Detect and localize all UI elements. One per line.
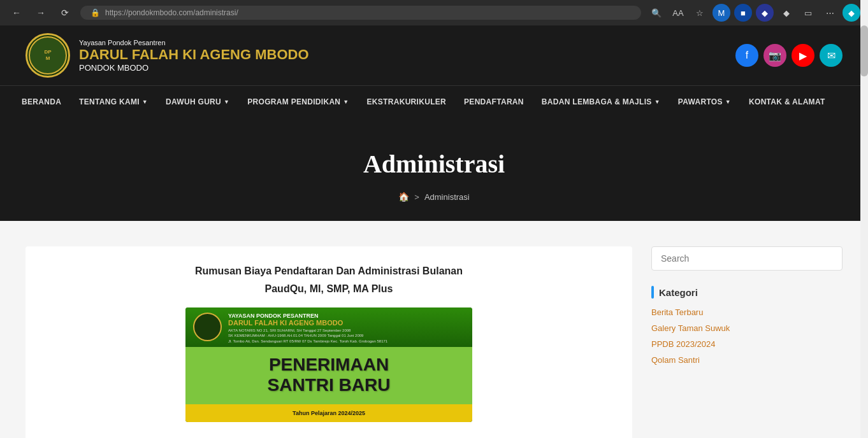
forward-button[interactable]: → [32, 4, 50, 22]
chevron-down-icon: ▼ [343, 99, 349, 105]
main-content: Rumusan Biaya Pendaftaran Dan Administra… [0, 221, 868, 438]
chevron-down-icon: ▼ [142, 99, 148, 105]
image-text-block: YAYASAN PONDOK PESANTREN DARUL FALAH KI … [228, 313, 465, 344]
extension-button3[interactable]: ◆ [778, 4, 795, 22]
breadcrumb-current: Administrasi [424, 192, 470, 202]
article-subtitle: PaudQu, MI, SMP, MA Plus [45, 283, 613, 295]
extension-button2[interactable]: ◆ [756, 4, 774, 22]
image-green-band: PENERIMAAN SANTRI BARU [185, 347, 472, 404]
category-item-1[interactable]: Galery Taman Suwuk [651, 323, 843, 333]
scrollbar-thumb[interactable] [860, 25, 868, 76]
categories-label: Kategori [659, 287, 698, 298]
header-title: DARUL FALAH KI AGENG MBODO [79, 48, 309, 62]
page-title: Administrasi [13, 149, 855, 179]
image-yellow-band: Tahun Pelajaran 2024/2025 [185, 404, 472, 422]
image-org-name2: DARUL FALAH KI AGENG MBODO [228, 319, 465, 327]
nav-kontak-alamat[interactable]: KONTAK & ALAMAT [740, 86, 834, 118]
instagram-button[interactable]: 📷 [763, 44, 786, 67]
article-image: YAYASAN PONDOK PESANTREN DARUL FALAH KI … [185, 307, 472, 422]
more-button[interactable]: ⋯ [821, 4, 839, 22]
extension-button1[interactable]: ■ [734, 4, 752, 22]
nav-badan-lembaga[interactable]: BADAN LEMBAGA & MAJLIS ▼ [533, 86, 669, 118]
facebook-button[interactable]: f [735, 44, 758, 67]
copilot-button[interactable]: ◆ [843, 4, 860, 22]
image-main-text2: SANTRI BARU [268, 375, 391, 395]
nav-pawartos[interactable]: PAWARTOS ▼ [669, 86, 740, 118]
nav-tentang-kami[interactable]: TENTANG KAMI ▼ [70, 86, 157, 118]
back-button[interactable]: ← [8, 4, 25, 22]
chevron-down-icon: ▼ [725, 99, 731, 105]
category-item-2[interactable]: PPDB 2023/2024 [651, 339, 843, 349]
address-bar[interactable]: 🔒 https://pondokmbodo.com/administrasi/ [80, 6, 641, 20]
nav-program-pendidikan[interactable]: PROGRAM PENDIDIKAN ▼ [238, 86, 358, 118]
article-title: Rumusan Biaya Pendaftaran Dan Administra… [45, 265, 613, 277]
header-social: f 📷 ▶ ✉ [735, 44, 843, 67]
profile-button[interactable]: M [712, 4, 730, 22]
image-logo [193, 313, 222, 341]
logo-inner: DPM [29, 36, 67, 74]
accent-bar [651, 286, 654, 299]
search-input[interactable] [651, 246, 843, 271]
nav-ekstrakurikuler[interactable]: EKSTRAKURIKULER [358, 86, 456, 118]
nav-pendaftaran[interactable]: PENDAFTARAN [455, 86, 533, 118]
url-text: https://pondokmbodo.com/administrasi/ [105, 8, 238, 17]
image-band-text: Tahun Pelajaran 2024/2025 [293, 410, 365, 416]
image-org-name: YAYASAN PONDOK PESANTREN [228, 313, 465, 319]
lock-icon: 🔒 [90, 8, 100, 17]
chevron-down-icon: ▼ [224, 99, 229, 105]
image-top-section: YAYASAN PONDOK PESANTREN DARUL FALAH KI … [185, 307, 472, 349]
hero-section: Administrasi 🏠 > Administrasi [0, 117, 868, 221]
chevron-down-icon: ▼ [655, 99, 660, 105]
site-header: DPM Yayasan Pondok Pesantren DARUL FALAH… [0, 25, 868, 85]
browser-chrome: ← → ⟳ 🔒 https://pondokmbodo.com/administ… [0, 0, 868, 25]
image-main-text1: PENERIMAAN [269, 355, 389, 375]
reader-button[interactable]: AA [669, 4, 687, 22]
category-item-3[interactable]: Qolam Santri [651, 355, 843, 365]
home-icon[interactable]: 🏠 [398, 192, 409, 202]
scrollbar[interactable] [860, 0, 868, 438]
header-subtitle: Yayasan Pondok Pesantren [79, 39, 309, 46]
header-title-block: Yayasan Pondok Pesantren DARUL FALAH KI … [79, 39, 309, 73]
email-button[interactable]: ✉ [820, 44, 843, 67]
categories-title-block: Kategori [651, 286, 843, 299]
youtube-button[interactable]: ▶ [792, 44, 814, 67]
browser-tools: 🔍 AA ☆ M ■ ◆ ◆ ▭ ⋯ ◆ [647, 4, 860, 22]
content-left: Rumusan Biaya Pendaftaran Dan Administra… [25, 246, 632, 438]
reload-button[interactable]: ⟳ [56, 4, 74, 22]
content-right: Kategori Berita Terbaru Galery Taman Suw… [651, 246, 843, 438]
header-left: DPM Yayasan Pondok Pesantren DARUL FALAH… [25, 33, 309, 78]
breadcrumb: 🏠 > Administrasi [13, 192, 855, 202]
nav-dawuh-guru[interactable]: DAWUH GURU ▼ [157, 86, 238, 118]
zoom-button[interactable]: 🔍 [647, 4, 665, 22]
bookmark-button[interactable]: ☆ [691, 4, 709, 22]
image-details: AKTA NOTARIS NO 21, SRI SUHARNI, SH Tang… [228, 328, 465, 344]
breadcrumb-separator: > [414, 192, 419, 202]
site-nav: BERANDA TENTANG KAMI ▼ DAWUH GURU ▼ PROG… [0, 85, 868, 117]
header-tagline: PONDOK MBODO [79, 63, 309, 73]
nav-beranda[interactable]: BERANDA [13, 86, 70, 118]
categories-section: Kategori Berita Terbaru Galery Taman Suw… [651, 286, 843, 365]
category-item-0[interactable]: Berita Terbaru [651, 307, 843, 317]
site-logo: DPM [25, 33, 70, 78]
split-view-button[interactable]: ▭ [799, 4, 817, 22]
